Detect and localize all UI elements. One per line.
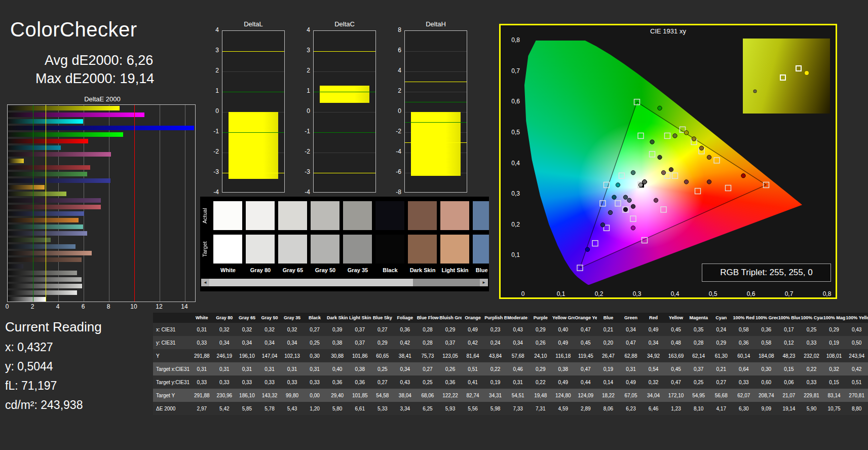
cell: 0,19 <box>484 376 507 389</box>
cell: 184,08 <box>755 349 778 362</box>
measurement-dot <box>669 167 673 171</box>
scrollbar-thumb[interactable] <box>209 279 413 286</box>
deltah-chart-panel[interactable]: DeltaH 86420-2-4-6-8 <box>384 20 473 204</box>
measurement-dot <box>616 183 620 187</box>
swatch-target-gray-65[interactable] <box>278 235 307 264</box>
swatch-label: Light Skin <box>438 267 472 273</box>
table-row-e-2000[interactable]: ΔE 20002,975,425,855,785,431,205,806,615… <box>153 402 868 415</box>
swatch-target-gray-80[interactable] <box>246 235 275 264</box>
cell: 0,28 <box>687 336 710 349</box>
current-reading-fl: fL: 71,197 <box>5 379 57 393</box>
cell: 0,29 <box>710 336 733 349</box>
cell: 48,23 <box>778 349 801 362</box>
swatch-actual-white[interactable] <box>213 201 242 230</box>
x-axis: 02468101214 <box>7 303 196 311</box>
swatch-actual-gray-80[interactable] <box>246 201 275 230</box>
cell: 0,34 <box>236 336 258 349</box>
table-row-y-cie31[interactable]: y: CIE310,330,340,340,340,340,250,380,37… <box>153 336 868 349</box>
target-marker <box>780 74 786 81</box>
cell: 7,31 <box>529 402 552 415</box>
cell: 0,45 <box>575 336 597 349</box>
axis-tick-label: 0,4 <box>502 160 520 167</box>
cell: 8,06 <box>597 402 620 415</box>
cell: 0,25 <box>417 376 439 389</box>
cell: 0,29 <box>529 362 552 376</box>
table-row-y[interactable]: Y291,88246,19196,10147,04102,130,3030,88… <box>153 349 868 362</box>
cell: 0,34 <box>281 336 304 349</box>
cell: 0,00 <box>304 389 326 402</box>
table-row-x-cie31[interactable]: x: CIE310,310,320,320,320,320,270,390,37… <box>153 323 868 336</box>
threshold-line <box>33 105 33 302</box>
swatch-target-light-skin[interactable] <box>440 235 469 264</box>
axis-tick-label: 4 <box>384 67 401 74</box>
deltae-bar-yellow-green <box>8 192 66 196</box>
row-label: Target x:CIE31 <box>153 362 191 376</box>
scroll-left-arrow-icon[interactable]: ◄ <box>201 279 209 286</box>
swatch-target-blue-sky[interactable] <box>473 235 489 264</box>
swatch-actual-light-skin[interactable] <box>440 201 469 230</box>
cell: 54,58 <box>371 389 394 402</box>
deltae-bar-dark-skin <box>8 257 82 262</box>
cell: 291,88 <box>191 389 213 402</box>
cell: 0,22 <box>800 362 823 376</box>
cell: 0,34 <box>394 362 417 376</box>
axis-tick-label: -4 <box>384 148 401 155</box>
axis-tick-label: 0,4 <box>667 290 683 297</box>
cell: 124,09 <box>575 389 597 402</box>
swatch-target-gray-35[interactable] <box>343 235 372 264</box>
swatch-target-white[interactable] <box>213 235 242 264</box>
cell: 0,50 <box>845 336 868 349</box>
axis-tick-label: -1 <box>202 128 219 135</box>
swatch-panel[interactable]: Actual Target WhiteGray 80Gray 65Gray 50… <box>200 197 489 291</box>
swatch-actual-black[interactable] <box>375 201 404 230</box>
column-header-100-magenta: 100% Magenta <box>823 313 846 323</box>
swatch-actual-blue-sky[interactable] <box>473 201 489 230</box>
gridline <box>314 112 375 113</box>
swatch-target-gray-50[interactable] <box>311 235 339 264</box>
swatch-actual-gray-35[interactable] <box>343 201 372 230</box>
column-header-gray-35: Gray 35 <box>281 313 304 323</box>
results-table-wrap[interactable]: WhiteGray 80Gray 65Gray 50Gray 35BlackDa… <box>153 313 868 417</box>
threshold-line-green <box>405 102 467 102</box>
scroll-right-arrow-icon[interactable]: ► <box>480 279 488 286</box>
cell: 163,69 <box>665 349 688 362</box>
cell: 0,31 <box>191 362 213 376</box>
swatch-actual-gray-50[interactable] <box>311 201 339 230</box>
swatch-target-black[interactable] <box>375 235 404 264</box>
cell: 229,81 <box>800 389 823 402</box>
cell: 291,88 <box>191 349 213 362</box>
swatch-actual-gray-65[interactable] <box>278 201 307 230</box>
swatch-scrollbar[interactable]: ◄ ► <box>201 279 488 286</box>
cell: 0,31 <box>236 362 258 376</box>
cie1931-chart-panel[interactable]: CIE 1931 xy RGB Triplet: 255, 255, 0 00,… <box>499 24 837 299</box>
axis-tick-label: 0,7 <box>502 67 520 74</box>
table-row-target-x-cie31[interactable]: Target x:CIE310,310,310,310,310,310,310,… <box>153 362 868 376</box>
table-row-target-y-cie31[interactable]: Target y:CIE310,330,330,330,330,330,330,… <box>153 376 868 389</box>
axis-tick-label: 6 <box>78 303 89 310</box>
cell: 0,32 <box>236 323 258 336</box>
cell: 0,31 <box>258 362 281 376</box>
measurement-dot <box>631 204 635 208</box>
row-label: ΔE 2000 <box>153 402 191 415</box>
deltac-chart-panel[interactable]: DeltaC 43210-1-2-3-4 <box>293 20 382 204</box>
gridline <box>222 71 284 72</box>
cell: 0,47 <box>620 336 643 349</box>
cell: 0,31 <box>281 362 304 376</box>
column-header-orange: Orange <box>462 313 484 323</box>
cell: 0,28 <box>417 323 439 336</box>
swatch-label: Black <box>373 267 407 273</box>
axis-tick-label: 3 <box>202 47 219 54</box>
deltae2000-chart-panel[interactable]: DeltaE 2000 02468101214 <box>6 95 199 315</box>
cell: 0,20 <box>597 336 620 349</box>
deltae-bar-blue-flower <box>8 231 87 236</box>
cell: 0,38 <box>552 362 575 376</box>
deltal-chart-panel[interactable]: DeltaL 43210-1-2-3-4 <box>202 20 290 204</box>
measurement-dot <box>631 170 635 174</box>
axis-tick-label: 0 <box>293 107 310 115</box>
cell: 5,56 <box>462 402 484 415</box>
swatch-actual-dark-skin[interactable] <box>408 201 437 230</box>
cell: 0,29 <box>371 336 394 349</box>
table-row-target-y[interactable]: Target Y291,88230,96186,10143,3299,800,0… <box>153 389 868 402</box>
results-table[interactable]: WhiteGray 80Gray 65Gray 50Gray 35BlackDa… <box>153 313 868 415</box>
swatch-target-dark-skin[interactable] <box>408 235 437 264</box>
